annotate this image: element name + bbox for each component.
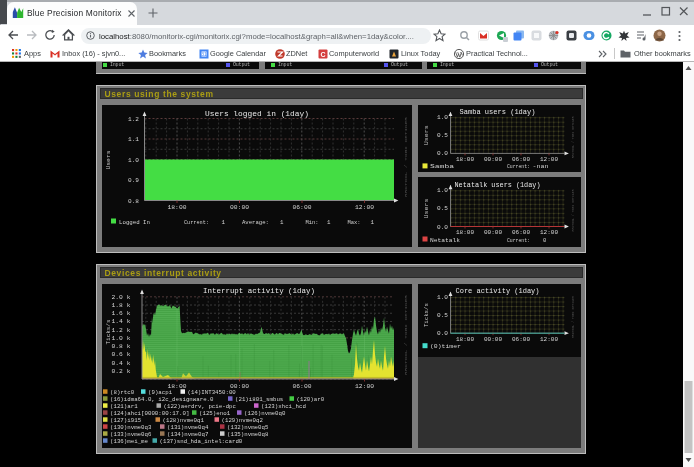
- svg-text:Min:: Min:: [306, 219, 319, 226]
- svg-text:1.0: 1.0: [437, 294, 448, 301]
- svg-text:2.0 k: 2.0 k: [112, 294, 132, 301]
- svg-text:RRDTOOL / TOBI OETIKER: RRDTOOL / TOBI OETIKER: [572, 296, 576, 338]
- svg-text:Current:: Current:: [507, 163, 530, 170]
- svg-text:RRDTOOL / TOBI OETIKER: RRDTOOL / TOBI OETIKER: [404, 295, 408, 375]
- svg-text:12:00: 12:00: [355, 204, 375, 211]
- svg-text:1.4 k: 1.4 k: [112, 318, 132, 325]
- svg-text:1.1: 1.1: [128, 136, 140, 143]
- svg-text:RRDTOOL / TOBI OETIKER: RRDTOOL / TOBI OETIKER: [572, 116, 576, 158]
- svg-text:1: 1: [222, 219, 226, 226]
- svg-text:(133)nvme0q6: (133)nvme0q6: [110, 431, 151, 438]
- svg-text:06:00: 06:00: [512, 156, 530, 163]
- svg-text:(129)nvme0q2: (129)nvme0q2: [222, 417, 263, 424]
- svg-text:Users: Users: [424, 198, 430, 218]
- svg-text:0.5: 0.5: [437, 132, 448, 139]
- svg-text:06:00: 06:00: [512, 336, 530, 343]
- svg-text:(120)ar0: (120)ar0: [297, 396, 325, 403]
- svg-text:0.8 k: 0.8 k: [112, 343, 132, 350]
- svg-text:(131)nvme0q4: (131)nvme0q4: [167, 424, 209, 431]
- svg-text:00:00: 00:00: [484, 229, 502, 236]
- svg-text:06:00: 06:00: [293, 204, 313, 211]
- svg-text:0.5: 0.5: [437, 312, 448, 319]
- svg-text:(123)xhci_hcd: (123)xhci_hcd: [261, 403, 306, 410]
- svg-text:06:00: 06:00: [512, 229, 530, 236]
- svg-text:0.0: 0.0: [437, 224, 448, 231]
- svg-text:00:00: 00:00: [484, 336, 502, 343]
- svg-text:18:00: 18:00: [168, 204, 188, 211]
- svg-text:1.0 k: 1.0 k: [112, 335, 132, 342]
- svg-text:(16)idma64.0, i2c_designware.0: (16)idma64.0, i2c_designware.0: [110, 396, 214, 403]
- svg-text:(121)ar1: (121)ar1: [110, 403, 138, 410]
- svg-text:(136)mei_me: (136)mei_me: [110, 438, 148, 445]
- svg-text:18:00: 18:00: [456, 336, 474, 343]
- svg-text:00:00: 00:00: [230, 204, 250, 211]
- svg-text:0.4 k: 0.4 k: [112, 360, 132, 367]
- svg-text:12:00: 12:00: [355, 383, 375, 390]
- svg-text:Samba users (1day): Samba users (1day): [460, 109, 536, 116]
- svg-text:Users logged in (1day): Users logged in (1day): [205, 110, 309, 118]
- svg-text:(137)snd_hda_intel:card0: (137)snd_hda_intel:card0: [160, 438, 243, 445]
- svg-text:06:00: 06:00: [293, 383, 313, 390]
- svg-text:00:00: 00:00: [484, 156, 502, 163]
- svg-text:1.0: 1.0: [437, 114, 448, 121]
- svg-text:(130)nvme0q3: (130)nvme0q3: [110, 424, 151, 431]
- svg-text:1.2: 1.2: [128, 116, 140, 123]
- svg-text:1: 1: [327, 219, 331, 226]
- svg-text:0.9: 0.9: [128, 177, 140, 184]
- svg-text:1: 1: [280, 219, 284, 226]
- svg-text:0.0: 0.0: [437, 330, 448, 337]
- svg-text:0: 0: [543, 237, 546, 244]
- svg-text:Current:: Current:: [184, 219, 209, 226]
- svg-text:(135)nvme0q8: (135)nvme0q8: [227, 431, 268, 438]
- svg-text:Netatalk users (1day): Netatalk users (1day): [455, 182, 541, 189]
- svg-text:12:00: 12:00: [540, 156, 558, 163]
- svg-text:Logged In: Logged In: [119, 219, 150, 226]
- svg-text:(125)eno1: (125)eno1: [199, 410, 231, 417]
- svg-text:(8)rtc0: (8)rtc0: [110, 389, 134, 396]
- svg-text:Users: Users: [106, 151, 112, 170]
- svg-text:1.8 k: 1.8 k: [112, 302, 132, 309]
- svg-text:0.2 k: 0.2 k: [112, 368, 132, 375]
- svg-text:12:00: 12:00: [540, 229, 558, 236]
- svg-text:Users: Users: [424, 125, 430, 145]
- svg-text:(21)i801_smbus: (21)i801_smbus: [235, 396, 283, 403]
- svg-text:Average:: Average:: [242, 219, 269, 226]
- svg-text:1: 1: [371, 219, 375, 226]
- svg-text:12:00: 12:00: [540, 336, 558, 343]
- svg-text:(128)nvme0q1: (128)nvme0q1: [163, 417, 205, 424]
- svg-text:(132)nvme0q5: (132)nvme0q5: [227, 424, 268, 431]
- svg-text:Ticks/s: Ticks/s: [106, 320, 112, 345]
- svg-text:(122)aerdrv, pcie-dpc: (122)aerdrv, pcie-dpc: [164, 403, 237, 410]
- svg-text:Interrupt activity (1day): Interrupt activity (1day): [203, 287, 315, 295]
- svg-text:(134)nvme0q7: (134)nvme0q7: [167, 431, 208, 438]
- svg-text:0.0: 0.0: [437, 150, 448, 157]
- svg-text:Max:: Max:: [348, 219, 361, 226]
- svg-text:Ticks/s: Ticks/s: [424, 303, 430, 327]
- svg-text:0.6 k: 0.6 k: [112, 351, 132, 358]
- svg-text:(14)INT3450:00: (14)INT3450:00: [188, 389, 236, 396]
- svg-text:(127)i915: (127)i915: [110, 417, 141, 424]
- svg-text:1.0: 1.0: [437, 187, 448, 194]
- svg-text:0.8: 0.8: [128, 198, 140, 205]
- svg-text:(0)timer: (0)timer: [430, 343, 461, 350]
- svg-text:Current:: Current:: [507, 237, 530, 244]
- svg-text:-nan: -nan: [533, 163, 549, 170]
- svg-text:RRDTOOL / TOBI OETIKER: RRDTOOL / TOBI OETIKER: [572, 189, 576, 231]
- svg-text:(126)nvme0q0: (126)nvme0q0: [244, 410, 285, 417]
- svg-text:18:00: 18:00: [456, 156, 474, 163]
- svg-text:Samba: Samba: [430, 163, 455, 170]
- svg-text:1.0: 1.0: [128, 157, 140, 164]
- svg-text:18:00: 18:00: [456, 229, 474, 236]
- svg-text:Netatalk: Netatalk: [430, 237, 461, 244]
- svg-text:(124)ahci[0000:00:17.0]: (124)ahci[0000:00:17.0]: [110, 410, 189, 417]
- svg-text:RRDTOOL / TOBI OETIKER: RRDTOOL / TOBI OETIKER: [404, 117, 408, 197]
- svg-text:(9)acpi: (9)acpi: [148, 389, 173, 396]
- svg-text:Core activity (1day): Core activity (1day): [456, 288, 540, 295]
- svg-text:1.6 k: 1.6 k: [112, 310, 132, 317]
- svg-text:0.5: 0.5: [437, 205, 448, 212]
- svg-text:1.2 k: 1.2 k: [112, 327, 132, 334]
